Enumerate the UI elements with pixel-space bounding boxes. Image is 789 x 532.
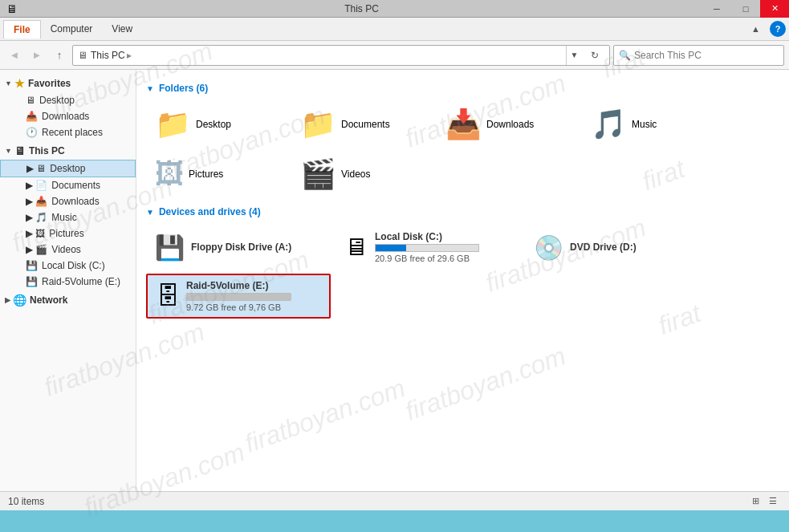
folder-item-desktop[interactable]: 📁 Desktop — [146, 102, 287, 147]
drives-section-header[interactable]: ▼ Devices and drives (4) — [146, 206, 779, 217]
sidebar-section-network: ▶ 🌐 Network — [0, 291, 136, 309]
cdrive-info: Local Disk (C:) 20.9 GB free of 29.6 GB — [375, 231, 479, 263]
back-button[interactable]: ◄ — [5, 46, 24, 65]
thispc-documents-label: Documents — [51, 180, 100, 191]
thispc-pictures-icon: ▶ 🖼 — [26, 228, 45, 239]
folder-item-downloads[interactable]: 📥 Downloads — [437, 102, 577, 147]
cdrive-bar — [376, 245, 406, 251]
sidebar-item-thispc-desktop[interactable]: ▶ 🖥 Desktop — [0, 160, 136, 177]
drive-item-edrive[interactable]: 🗄 Raid-5Volume (E:) 9.72 GB free of 9,76… — [146, 274, 331, 319]
close-button[interactable]: ✕ — [760, 0, 789, 18]
favorites-arrow-icon: ▼ — [5, 79, 12, 87]
thispc-arrow-icon: ▼ — [5, 147, 12, 155]
folder-downloads-label: Downloads — [486, 119, 534, 130]
sidebar-item-recent[interactable]: 🕐 Recent places — [0, 124, 136, 140]
pictures-folder-icon: 🖼 — [155, 157, 184, 191]
edrive-bar — [187, 294, 291, 300]
folder-item-documents[interactable]: 📁 Documents — [291, 102, 432, 147]
title-bar: 🖥 This PC ─ □ ✕ — [0, 0, 789, 18]
refresh-button[interactable]: ↻ — [585, 46, 604, 65]
sidebar-item-thispc-pictures[interactable]: ▶ 🖼 Pictures — [0, 225, 136, 242]
sidebar-item-thispc-downloads[interactable]: ▶ 📥 Downloads — [0, 193, 136, 209]
thispc-computer-icon: 🖥 — [14, 144, 26, 157]
maximize-button[interactable]: □ — [731, 0, 760, 18]
thispc-desktop-icon: ▶ 🖥 — [26, 163, 46, 174]
folder-item-pictures[interactable]: 🖼 Pictures — [146, 152, 287, 197]
floppy-drive-info: Floppy Disk Drive (A:) — [191, 242, 291, 253]
search-icon: 🔍 — [619, 50, 631, 61]
recent-icon: 🕐 — [26, 127, 38, 138]
music-folder-icon: 🎵 — [591, 108, 627, 141]
edrive-bar-container — [186, 293, 291, 301]
up-button[interactable]: ↑ — [50, 46, 69, 65]
tab-view[interactable]: View — [102, 20, 142, 38]
edrive-info: Raid-5Volume (E:) 9.72 GB free of 9,76 G… — [186, 280, 291, 312]
main-layout: ▼ ★ Favorites 🖥 Desktop 📥 Downloads 🕐 Re… — [0, 70, 789, 491]
search-input[interactable] — [634, 50, 779, 61]
sidebar-section-favorites: ▼ ★ Favorites 🖥 Desktop 📥 Downloads 🕐 Re… — [0, 75, 136, 140]
sidebar-item-thispc-videos[interactable]: ▶ 🎬 Videos — [0, 242, 136, 258]
item-count-label: 10 items — [8, 496, 44, 507]
ribbon: File Computer View ▲ ? — [0, 18, 789, 41]
thispc-edrive-icon: 💾 — [26, 276, 38, 287]
sidebar-item-thispc-edrive[interactable]: 💾 Raid-5Volume (E:) — [0, 274, 136, 290]
thispc-pictures-label: Pictures — [49, 228, 83, 239]
folder-item-videos[interactable]: 🎬 Videos — [291, 152, 432, 197]
drives-grid: 💾 Floppy Disk Drive (A:) 🖥 Local Disk (C… — [146, 225, 779, 319]
view-details-button[interactable]: ☰ — [765, 494, 781, 509]
folders-section-arrow: ▼ — [146, 84, 154, 93]
desktop-icon: 🖥 — [26, 95, 35, 106]
address-path-separator: ▸ — [127, 50, 132, 61]
tab-computer[interactable]: Computer — [41, 20, 103, 38]
sidebar-section-thispc: ▼ 🖥 This PC ▶ 🖥 Desktop ▶ 📄 Documents ▶ … — [0, 142, 136, 290]
ribbon-collapse-button[interactable]: ▲ — [748, 22, 763, 35]
sidebar-network-header[interactable]: ▶ 🌐 Network — [0, 291, 136, 309]
address-bar[interactable]: 🖥 This PC ▸ ▼ ↻ — [72, 45, 610, 66]
folder-pictures-label: Pictures — [189, 169, 223, 180]
ribbon-collapse-area: ▲ ? — [748, 21, 786, 37]
sidebar-favorites-header[interactable]: ▼ ★ Favorites — [0, 75, 136, 92]
drive-item-floppy[interactable]: 💾 Floppy Disk Drive (A:) — [146, 225, 331, 269]
help-button[interactable]: ? — [770, 21, 786, 37]
sidebar-thispc-header[interactable]: ▼ 🖥 This PC — [0, 142, 136, 160]
sidebar-item-thispc-cdrive[interactable]: 💾 Local Disk (C:) — [0, 258, 136, 274]
drives-section-arrow: ▼ — [146, 208, 154, 217]
desktop-folder-icon: 📁 — [155, 108, 191, 141]
thispc-edrive-label: Raid-5Volume (E:) — [42, 276, 120, 287]
window-title: This PC — [21, 3, 702, 14]
floppy-drive-label: Floppy Disk Drive (A:) — [191, 242, 291, 253]
forward-button[interactable]: ► — [27, 46, 47, 65]
address-dropdown-arrow[interactable]: ▼ — [566, 46, 582, 65]
status-bar: 10 items ⊞ ☰ — [0, 491, 789, 510]
content-area: ▼ Folders (6) 📁 Desktop 📁 Documents 📥 Do… — [136, 70, 789, 491]
window-controls: ─ □ ✕ — [702, 0, 789, 18]
thispc-desktop-label: Desktop — [50, 163, 85, 174]
minimize-button[interactable]: ─ — [702, 0, 731, 18]
network-icon: 🌐 — [13, 294, 26, 307]
sidebar-downloads-label: Downloads — [42, 111, 89, 122]
thispc-label: This PC — [29, 145, 65, 156]
drives-section-label: Devices and drives (4) — [159, 206, 261, 217]
folder-desktop-label: Desktop — [196, 119, 231, 130]
documents-folder-icon: 📁 — [300, 108, 336, 141]
dvd-drive-icon: 💿 — [534, 234, 563, 262]
sidebar-item-desktop[interactable]: 🖥 Desktop — [0, 92, 136, 108]
folder-item-music[interactable]: 🎵 Music — [582, 102, 722, 147]
thispc-music-label: Music — [51, 212, 76, 223]
favorites-star-icon: ★ — [14, 77, 25, 90]
edrive-icon: 🗄 — [156, 282, 180, 310]
sidebar-item-downloads[interactable]: 📥 Downloads — [0, 108, 136, 124]
sidebar-item-thispc-documents[interactable]: ▶ 📄 Documents — [0, 177, 136, 193]
ribbon-tabs: File Computer View ▲ ? — [0, 18, 789, 40]
tab-file[interactable]: File — [3, 20, 41, 39]
sidebar-item-thispc-music[interactable]: ▶ 🎵 Music — [0, 209, 136, 225]
folders-grid: 📁 Desktop 📁 Documents 📥 Downloads 🎵 Musi… — [146, 102, 779, 197]
folders-section-header[interactable]: ▼ Folders (6) — [146, 83, 779, 94]
thispc-cdrive-label: Local Disk (C:) — [42, 260, 105, 271]
drive-item-dvd[interactable]: 💿 DVD Drive (D:) — [525, 225, 710, 269]
folder-music-label: Music — [632, 119, 657, 130]
search-bar[interactable]: 🔍 — [613, 45, 784, 66]
dvd-drive-info: DVD Drive (D:) — [570, 242, 636, 253]
drive-item-cdrive[interactable]: 🖥 Local Disk (C:) 20.9 GB free of 29.6 G… — [336, 225, 520, 269]
view-large-icons-button[interactable]: ⊞ — [747, 494, 763, 509]
